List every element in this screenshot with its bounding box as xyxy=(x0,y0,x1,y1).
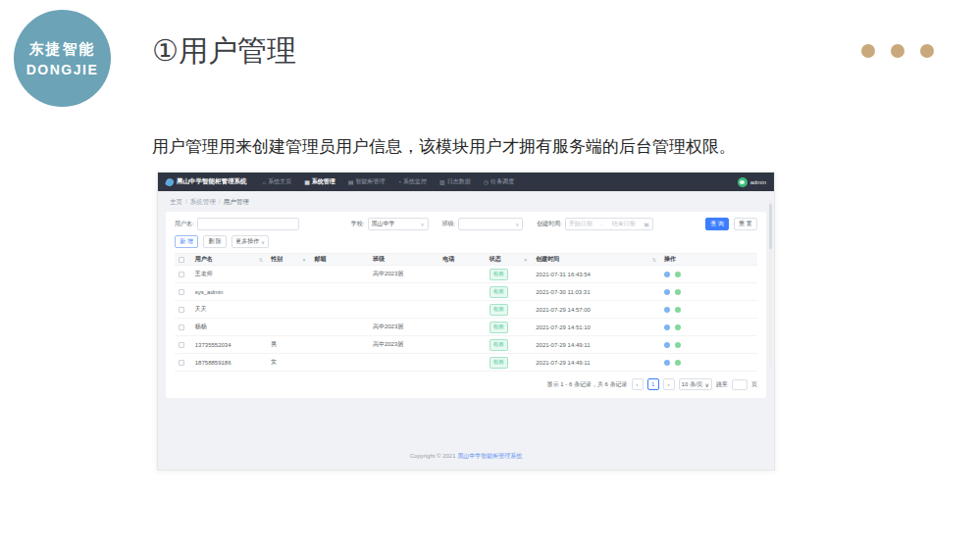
edit-icon[interactable] xyxy=(664,360,670,366)
breadcrumb-home[interactable]: 主页 xyxy=(170,198,182,207)
chevron-down-icon: ∨ xyxy=(705,381,709,388)
select-all-checkbox[interactable] xyxy=(179,257,184,263)
col-status: 状态 xyxy=(490,255,501,264)
cell-created: 2021-07-29 14:51:10 xyxy=(536,324,664,330)
copyright: Copyright © 2021 黑山中学智能柜管理系统 xyxy=(158,452,774,461)
edit-icon[interactable] xyxy=(664,289,670,295)
class-select[interactable]: ∨ xyxy=(458,218,523,230)
row-more-icon[interactable] xyxy=(675,289,681,295)
users-table: 用户名 ⇅ 性别 ▼ 邮箱 班级 电话 状态 ▼ 创建时间 ⇅ 操作 xyxy=(175,253,757,372)
top-navbar: 黑山中学智能柜管理系统 ⌂ 系统主页 ▦ 系统管理 ▤ 智能柜管理 ◔ 系统监控… xyxy=(158,173,774,191)
scrollbar[interactable] xyxy=(769,200,772,367)
page-size-select[interactable]: 10 条/页 ∨ xyxy=(679,378,712,390)
filter-icon[interactable]: ▼ xyxy=(523,257,528,263)
table-row: 杨杨 高中2023届 有效 2021-07-29 14:51:10 xyxy=(175,319,757,336)
chevron-down-icon: ∨ xyxy=(420,222,424,227)
status-badge: 有效 xyxy=(490,286,508,298)
filter-icon[interactable]: ▼ xyxy=(302,257,307,263)
row-checkbox[interactable] xyxy=(179,307,184,313)
table-header: 用户名 ⇅ 性别 ▼ 邮箱 班级 电话 状态 ▼ 创建时间 ⇅ 操作 xyxy=(175,253,757,266)
pagination: 显示 1 - 6 条记录，共 6 条记录 ‹ 1 › 10 条/页 ∨ 跳至 页 xyxy=(175,378,757,390)
cell-class: 高中2023届 xyxy=(373,340,442,349)
sort-icon[interactable]: ⇅ xyxy=(259,257,263,263)
row-more-icon[interactable] xyxy=(675,360,681,366)
cell-created: 2021-07-29 14:49:11 xyxy=(536,360,664,366)
dot-icon xyxy=(920,44,934,58)
brand-logo-icon xyxy=(165,176,175,186)
col-actions: 操作 xyxy=(664,255,757,264)
page-number-button[interactable]: 1 xyxy=(647,378,659,390)
chevron-down-icon: ∨ xyxy=(261,239,265,245)
class-filter-label: 班级: xyxy=(442,220,456,228)
jump-label: 跳至 xyxy=(716,380,728,389)
page-title: ①用户管理 xyxy=(152,31,296,72)
date-end-placeholder: 结束日期 xyxy=(611,220,635,228)
search-button[interactable]: 查 询 xyxy=(705,218,729,230)
log-icon: ▥ xyxy=(439,178,445,185)
section-description: 用户管理用来创建管理员用户信息，该模块用户才拥有服务端的后台管理权限。 xyxy=(152,135,736,158)
add-button[interactable]: 新 增 xyxy=(175,235,198,248)
username-filter-label: 用户名: xyxy=(175,220,194,228)
row-checkbox[interactable] xyxy=(179,342,184,348)
filter-bar: 用户名: 学校: 黑山中学 ∨ 班级: ∨ 创建时间: 开始日期 - 结束日期 … xyxy=(175,218,757,230)
cell-username: sys_admin xyxy=(195,289,271,295)
cell-created: 2021-07-29 14:57:00 xyxy=(536,307,664,313)
table-actions: 新 增 删 除 更多操作 ∨ xyxy=(175,235,757,248)
sort-icon[interactable]: ⇅ xyxy=(652,257,656,263)
user-management-panel: 用户名: 学校: 黑山中学 ∨ 班级: ∨ 创建时间: 开始日期 - 结束日期 … xyxy=(166,212,766,398)
row-checkbox[interactable] xyxy=(179,324,184,330)
edit-icon[interactable] xyxy=(664,324,670,330)
jump-page-input[interactable] xyxy=(732,379,748,390)
cell-username: 杨杨 xyxy=(195,323,271,331)
user-menu[interactable]: admin xyxy=(738,177,766,187)
chevron-down-icon: ∨ xyxy=(515,222,519,227)
table-row: sys_admin 有效 2021-07-30 11:03:31 xyxy=(175,283,757,301)
col-username: 用户名 xyxy=(195,255,213,264)
dot-icon xyxy=(891,44,904,58)
col-class: 班级 xyxy=(373,255,442,264)
cell-created: 2021-07-31 16:43:54 xyxy=(536,272,664,277)
row-more-icon[interactable] xyxy=(675,324,681,330)
date-start-placeholder: 开始日期 xyxy=(569,220,593,228)
monitor-icon: ◔ xyxy=(397,179,401,185)
next-page-button[interactable]: › xyxy=(663,378,675,390)
username-filter-input[interactable] xyxy=(197,218,299,230)
breadcrumb-section[interactable]: 系统管理 xyxy=(190,198,216,207)
edit-icon[interactable] xyxy=(664,307,670,313)
school-select[interactable]: 黑山中学 ∨ xyxy=(368,218,429,230)
nav-item-monitor[interactable]: ◔ 系统监控 xyxy=(397,177,427,186)
row-checkbox[interactable] xyxy=(179,289,184,295)
copyright-link[interactable]: 黑山中学智能柜管理系统 xyxy=(457,453,522,459)
row-more-icon[interactable] xyxy=(675,272,681,277)
cell-created: 2021-07-29 14:49:11 xyxy=(536,342,664,348)
jump-suffix: 页 xyxy=(751,380,757,389)
edit-icon[interactable] xyxy=(664,272,670,277)
row-more-icon[interactable] xyxy=(675,342,681,348)
scrollbar-thumb[interactable] xyxy=(769,204,772,249)
pagination-summary: 显示 1 - 6 条记录，共 6 条记录 xyxy=(547,380,628,389)
nav-item-home[interactable]: ⌂ 系统主页 xyxy=(263,177,292,186)
col-created: 创建时间 xyxy=(536,255,559,264)
nav-item-system-mgmt[interactable]: ▦ 系统管理 xyxy=(304,177,335,186)
delete-button[interactable]: 删 除 xyxy=(203,235,227,248)
date-range-picker[interactable]: 开始日期 - 结束日期 ▣ xyxy=(565,218,653,230)
app-brand[interactable]: 黑山中学智能柜管理系统 xyxy=(166,177,247,186)
cell-class: 高中2023届 xyxy=(373,323,442,331)
nav-item-tasks[interactable]: ◷ 任务调度 xyxy=(484,177,514,186)
more-actions-button[interactable]: 更多操作 ∨ xyxy=(232,235,269,248)
prev-page-button[interactable]: ‹ xyxy=(632,378,644,390)
col-phone: 电话 xyxy=(442,255,490,264)
logo-text-cn: 东捷智能 xyxy=(29,40,96,59)
row-more-icon[interactable] xyxy=(675,307,681,313)
school-filter-label: 学校: xyxy=(351,220,365,228)
created-date-filter-label: 创建时间: xyxy=(537,220,562,228)
nav-item-cabinet-mgmt[interactable]: ▤ 智能柜管理 xyxy=(348,177,386,186)
edit-icon[interactable] xyxy=(664,342,670,348)
table-row: 王老师 高中2023届 有效 2021-07-31 16:43:54 xyxy=(175,266,757,283)
col-email: 邮箱 xyxy=(315,255,373,264)
row-checkbox[interactable] xyxy=(179,272,184,277)
nav-item-logs[interactable]: ▥ 日志数据 xyxy=(439,177,471,186)
table-row: 18758859186 女 有效 2021-07-29 14:49:11 xyxy=(175,354,757,372)
row-checkbox[interactable] xyxy=(179,360,184,366)
reset-button[interactable]: 重 置 xyxy=(734,218,757,230)
